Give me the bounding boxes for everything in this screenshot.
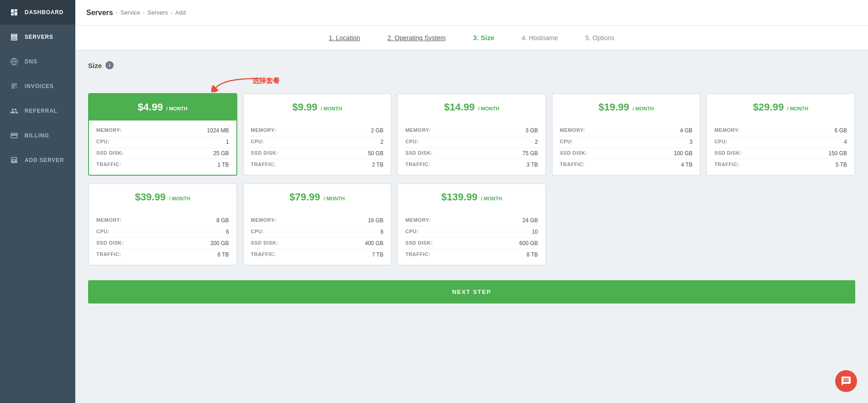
sidebar: Dashboard Servers DNS Invoices Referral … [0,0,75,403]
chat-bubble[interactable] [835,370,857,392]
plan-price-7: $139.99 [441,191,478,203]
plan-price-row-4: $29.99 / MONTH [707,94,854,120]
plan-specs-6: MEMORY: 16 GB CPU: 8 SSD DISK: 400 GB TR… [244,210,391,265]
main-content: Servers › Service › Servers › Add 1. Loc… [75,0,868,403]
plan-period-7: / MONTH [481,196,502,201]
plan-period-3: / MONTH [633,106,654,111]
plan-specs-7: MEMORY: 24 GB CPU: 10 SSD DISK: 600 GB T… [398,210,545,265]
plan-specs-3: MEMORY: 4 GB CPU: 3 SSD DISK: 100 GB TRA… [553,120,700,175]
plan-specs-0: MEMORY: 1024 MB CPU: 1 SSD DISK: 25 GB T… [89,120,236,175]
plan-card-3[interactable]: $19.99 / MONTH MEMORY: 4 GB CPU: 3 SSD D… [552,93,701,176]
size-header: Size i [88,61,855,69]
plan-spec-memory-0: MEMORY: 1024 MB [94,125,231,136]
plan-spec-traffic-0: TRAFFIC: 1 TB [94,159,231,170]
wizard-step-os[interactable]: 2. Operating System [387,34,446,42]
plan-card-0[interactable]: $4.99 / MONTH MEMORY: 1024 MB CPU: 1 SSD… [88,93,237,176]
plan-specs-1: MEMORY: 2 GB CPU: 2 SSD DISK: 50 GB TRAF… [244,120,391,175]
pricing-grid-row1: $4.99 / MONTH MEMORY: 1024 MB CPU: 1 SSD… [88,93,855,176]
plan-price-3: $19.99 [598,101,629,113]
sidebar-item-dashboard[interactable]: Dashboard [0,0,75,25]
plan-price-6: $79.99 [289,191,320,203]
add-server-icon [9,155,19,165]
sidebar-item-dns[interactable]: DNS [0,49,75,74]
sidebar-item-billing-label: Billing [25,132,49,139]
plan-card-6[interactable]: $79.99 / MONTH MEMORY: 16 GB CPU: 8 SSD … [243,183,392,266]
plan-card-5[interactable]: $39.99 / MONTH MEMORY: 8 GB CPU: 6 SSD D… [88,183,237,266]
plan-card-4[interactable]: $29.99 / MONTH MEMORY: 6 GB CPU: 4 SSD D… [706,93,855,176]
plan-price-row-3: $19.99 / MONTH [553,94,700,120]
sidebar-item-referral[interactable]: Referral [0,99,75,123]
sidebar-item-servers[interactable]: Servers [0,25,75,49]
servers-icon [9,32,19,42]
next-step-button[interactable]: NEXT STEP [88,280,855,304]
wizard-step-hostname[interactable]: 4. Hostname [522,34,558,42]
plan-price-row-5: $39.99 / MONTH [89,184,236,210]
referral-icon [9,106,19,116]
plan-card-1[interactable]: $9.99 / MONTH MEMORY: 2 GB CPU: 2 SSD DI… [243,93,392,176]
plan-period-2: / MONTH [478,106,499,111]
plan-specs-5: MEMORY: 8 GB CPU: 6 SSD DISK: 200 GB TRA… [89,210,236,265]
annotation-text: 选择套餐 [252,77,280,85]
breadcrumb-service[interactable]: Service [120,9,140,16]
plan-period-5: / MONTH [169,196,190,201]
breadcrumb-servers-sub[interactable]: Servers [147,9,168,16]
dns-icon [9,57,19,67]
plan-card-7[interactable]: $139.99 / MONTH MEMORY: 24 GB CPU: 10 SS… [397,183,546,266]
plan-period-0: / MONTH [166,106,187,111]
sidebar-item-add-server[interactable]: Add Server [0,148,75,173]
plan-period-1: / MONTH [321,106,342,111]
wizard-step-options[interactable]: 5. Options [586,34,615,42]
pricing-grid-row2: $39.99 / MONTH MEMORY: 8 GB CPU: 6 SSD D… [88,183,855,266]
plan-period-6: / MONTH [324,196,345,201]
plan-price-5: $39.99 [135,191,166,203]
dashboard-icon [9,7,19,17]
plan-specs-4: MEMORY: 6 GB CPU: 4 SSD DISK: 150 GB TRA… [707,120,854,175]
top-header: Servers › Service › Servers › Add [75,0,868,26]
wizard-steps: 1. Location 2. Operating System 3. Size … [75,26,868,50]
sidebar-item-invoices[interactable]: Invoices [0,74,75,99]
plan-price-row-2: $14.99 / MONTH [398,94,545,120]
breadcrumb-add[interactable]: Add [175,9,186,16]
breadcrumb-servers: Servers [86,9,113,17]
breadcrumb-sep1: › [116,10,118,16]
invoices-icon [9,81,19,91]
plan-price-2: $14.99 [444,101,475,113]
breadcrumb: Servers › Service › Servers › Add [86,9,186,17]
plan-spec-cpu-0: CPU: 1 [94,136,231,148]
breadcrumb-sep2: › [143,10,145,16]
plan-card-2[interactable]: $14.99 / MONTH MEMORY: 3 GB CPU: 2 SSD D… [397,93,546,176]
plan-price-row-0: $4.99 / MONTH [89,94,236,120]
plan-specs-2: MEMORY: 3 GB CPU: 2 SSD DISK: 75 GB TRAF… [398,120,545,175]
sidebar-item-referral-label: Referral [25,108,58,114]
billing-icon [9,131,19,141]
info-icon[interactable]: i [105,61,114,69]
wizard-step-location[interactable]: 1. Location [329,34,360,42]
content-area: Size i 选择套餐 $4.99 / MONTH [75,50,868,403]
plan-price-0: $4.99 [138,101,163,113]
sidebar-item-invoices-label: Invoices [25,83,54,89]
sidebar-item-dashboard-label: Dashboard [25,9,63,16]
plan-price-row-6: $79.99 / MONTH [244,184,391,210]
sidebar-item-add-server-label: Add Server [25,157,64,163]
plan-price-1: $9.99 [292,101,317,113]
plan-price-row-1: $9.99 / MONTH [244,94,391,120]
plan-spec-ssd-0: SSD DISK: 25 GB [94,148,231,159]
plan-period-4: / MONTH [787,106,808,111]
breadcrumb-sep3: › [171,10,173,16]
sidebar-item-dns-label: DNS [25,58,37,65]
sidebar-item-servers-label: Servers [25,34,53,40]
plan-price-row-7: $139.99 / MONTH [398,184,545,210]
annotation-row: 选择套餐 [88,73,855,91]
plan-price-4: $29.99 [753,101,784,113]
wizard-step-size[interactable]: 3. Size [473,34,495,42]
sidebar-item-billing[interactable]: Billing [0,123,75,148]
size-label: Size [88,62,102,69]
